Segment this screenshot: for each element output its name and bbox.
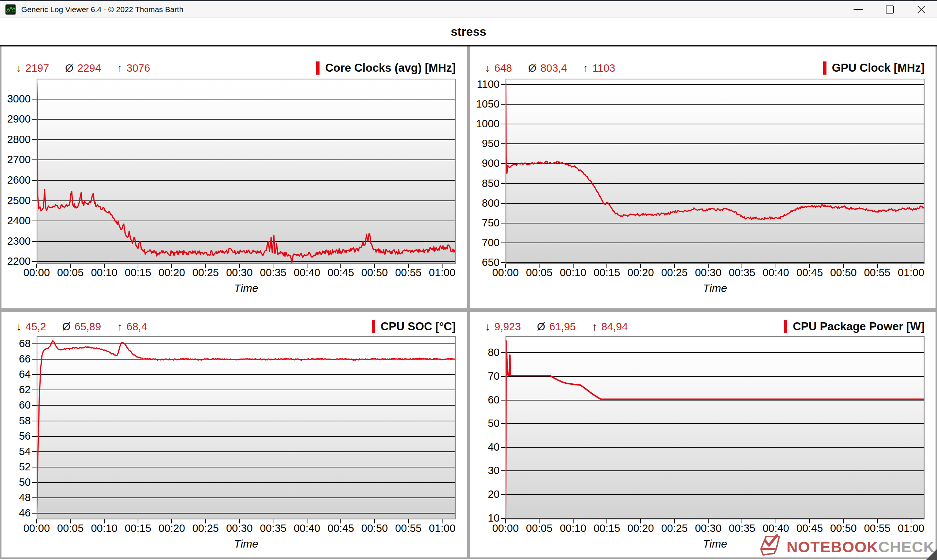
x-tick-label: 00:25 bbox=[192, 267, 219, 279]
legend-label: CPU Package Power [W] bbox=[793, 320, 925, 333]
x-tick-label: 00:35 bbox=[729, 522, 755, 534]
close-icon bbox=[916, 5, 926, 15]
max-arrow-icon: ↑ bbox=[117, 321, 123, 333]
y-tick-mark bbox=[32, 220, 37, 221]
x-axis-labels: 00:0000:0500:1000:1500:2000:2500:3000:35… bbox=[37, 519, 456, 536]
min-arrow-icon: ↓ bbox=[485, 62, 490, 74]
y-tick-mark bbox=[32, 421, 37, 422]
plot-zone: 300029002800270026002500240023002200 00:… bbox=[2, 78, 467, 308]
x-axis-labels: 00:0000:0500:1000:1500:2000:2500:3000:35… bbox=[505, 264, 925, 280]
x-tick-label: 00:35 bbox=[729, 267, 755, 279]
stat-avg: Ø61,95 bbox=[537, 321, 576, 333]
x-tick-label: 00:55 bbox=[864, 522, 891, 534]
y-tick-mark bbox=[32, 180, 37, 181]
x-tick-label: 01:00 bbox=[898, 267, 925, 279]
stat-max-value: 1103 bbox=[593, 62, 615, 74]
series-legend: CPU SOC [°C] bbox=[372, 320, 456, 333]
y-tick-mark bbox=[501, 104, 505, 105]
min-arrow-icon: ↓ bbox=[16, 321, 22, 333]
y-tick-mark bbox=[501, 447, 505, 448]
panel-header: ↓9,923 Ø61,95 ↑84,94 CPU Package Power [… bbox=[485, 317, 925, 336]
stats-row: ↓2197 Ø2294 ↑3076 bbox=[16, 62, 150, 74]
legend-label: CPU SOC [°C] bbox=[381, 320, 456, 333]
x-tick-label: 00:00 bbox=[492, 522, 519, 534]
y-tick-mark bbox=[501, 163, 505, 164]
y-tick-mark bbox=[32, 497, 37, 498]
y-tick-label: 2300 bbox=[7, 235, 31, 247]
y-tick-label: 20 bbox=[488, 488, 499, 500]
close-button[interactable] bbox=[906, 1, 937, 18]
stat-max: ↑3076 bbox=[117, 62, 150, 74]
y-tick-label: 1050 bbox=[476, 98, 499, 110]
legend-color-bar bbox=[372, 320, 375, 333]
window-controls bbox=[843, 1, 937, 18]
y-tick-label: 2200 bbox=[7, 255, 31, 268]
x-tick-label: 00:40 bbox=[294, 267, 320, 279]
x-axis-title: Time bbox=[37, 536, 456, 553]
minimize-button[interactable] bbox=[843, 1, 874, 18]
stats-row: ↓9,923 Ø61,95 ↑84,94 bbox=[485, 321, 628, 333]
x-tick-label: 00:30 bbox=[695, 267, 722, 279]
x-tick-label: 00:15 bbox=[594, 522, 620, 534]
y-tick-label: 46 bbox=[19, 507, 31, 519]
app-window: Generic Log Viewer 6.4 - © 2022 Thomas B… bbox=[0, 0, 937, 560]
x-axis-labels: 00:0000:0500:1000:1500:2000:2500:3000:35… bbox=[37, 264, 456, 280]
stat-min: ↓2197 bbox=[16, 62, 49, 74]
chart-panel-core-clocks: ↓2197 Ø2294 ↑3076 Core Clocks (avg) [MHz… bbox=[2, 46, 467, 308]
y-tick-mark bbox=[501, 494, 505, 495]
y-tick-label: 50 bbox=[488, 417, 499, 429]
stat-avg: Ø2294 bbox=[65, 62, 101, 74]
titlebar[interactable]: Generic Log Viewer 6.4 - © 2022 Thomas B… bbox=[0, 1, 937, 18]
y-tick-mark bbox=[32, 482, 37, 483]
y-tick-label: 950 bbox=[482, 137, 499, 149]
series-legend: CPU Package Power [W] bbox=[784, 320, 925, 333]
y-tick-mark bbox=[32, 343, 37, 344]
y-tick-mark bbox=[501, 376, 505, 377]
x-tick-label: 01:00 bbox=[429, 267, 456, 279]
y-axis-labels: 110010501000950900850800750700650 bbox=[470, 78, 505, 264]
min-arrow-icon: ↓ bbox=[16, 62, 22, 74]
stat-avg-value: 2294 bbox=[78, 62, 102, 74]
x-tick-label: 01:00 bbox=[898, 522, 925, 534]
series-legend: Core Clocks (avg) [MHz] bbox=[316, 62, 456, 75]
y-tick-label: 58 bbox=[19, 414, 31, 426]
legend-color-bar bbox=[784, 320, 787, 333]
x-tick-label: 00:35 bbox=[260, 267, 287, 279]
x-tick-label: 00:25 bbox=[661, 522, 688, 534]
y-tick-label: 80 bbox=[488, 346, 499, 358]
x-tick-label: 00:50 bbox=[830, 267, 857, 279]
x-tick-label: 01:00 bbox=[429, 522, 456, 534]
window-resize-grip[interactable] bbox=[926, 549, 937, 560]
y-tick-mark bbox=[32, 200, 37, 201]
y-tick-mark bbox=[32, 359, 37, 360]
y-tick-label: 2600 bbox=[7, 174, 31, 186]
y-tick-label: 66 bbox=[19, 353, 31, 365]
chart-canvas bbox=[37, 336, 456, 519]
x-tick-label: 00:40 bbox=[763, 267, 789, 279]
plot-zone: 686664626058565452504846 00:0000:0500:10… bbox=[2, 336, 467, 557]
x-axis-title: Time bbox=[37, 280, 456, 297]
x-tick-label: 00:15 bbox=[125, 267, 151, 279]
maximize-button[interactable] bbox=[874, 1, 906, 18]
x-tick-label: 00:00 bbox=[23, 267, 50, 279]
y-tick-mark bbox=[501, 243, 505, 243]
max-arrow-icon: ↑ bbox=[583, 62, 589, 74]
y-tick-mark bbox=[32, 99, 37, 100]
log-title: stress bbox=[450, 25, 486, 39]
x-tick-label: 00:55 bbox=[395, 267, 422, 279]
y-tick-mark bbox=[32, 160, 37, 160]
x-tick-label: 00:10 bbox=[559, 522, 586, 534]
notebookcheck-laptop-icon bbox=[758, 534, 787, 560]
chart-canvas bbox=[505, 336, 925, 519]
stat-min-value: 648 bbox=[495, 62, 512, 74]
chart-panel-cpu-package-power: ↓9,923 Ø61,95 ↑84,94 CPU Package Power [… bbox=[470, 312, 935, 557]
stat-max: ↑84,94 bbox=[592, 321, 628, 333]
avg-icon: Ø bbox=[537, 321, 546, 333]
y-tick-mark bbox=[501, 423, 505, 424]
x-tick-label: 00:20 bbox=[159, 522, 185, 534]
x-tick-label: 00:25 bbox=[661, 267, 688, 279]
y-tick-mark bbox=[501, 143, 505, 144]
panel-header: ↓2197 Ø2294 ↑3076 Core Clocks (avg) [MHz… bbox=[16, 57, 456, 78]
x-tick-label: 00:20 bbox=[159, 267, 185, 279]
y-tick-mark bbox=[501, 183, 505, 184]
